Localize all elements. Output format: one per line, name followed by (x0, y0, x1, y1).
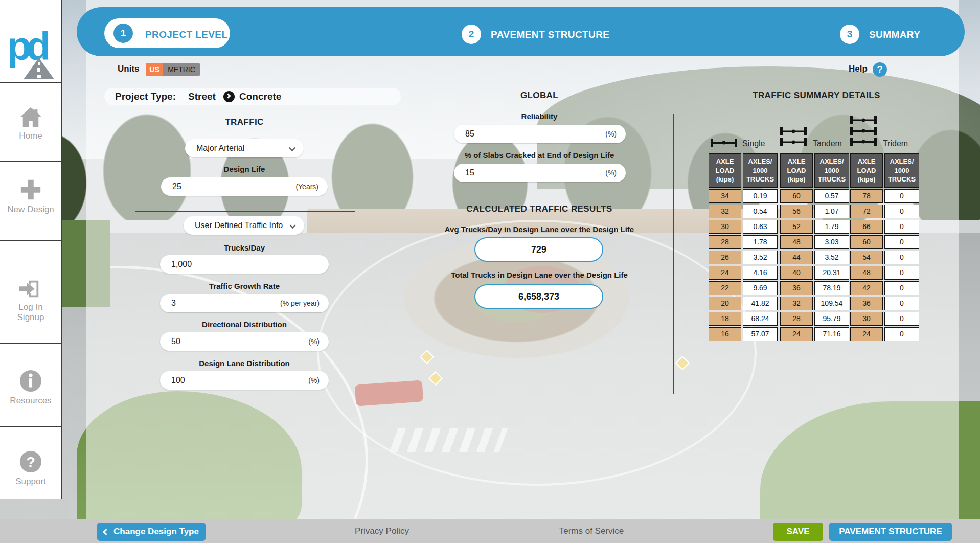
table-row: 240 (850, 327, 919, 341)
terms-of-service-link[interactable]: Terms of Service (558, 526, 625, 536)
sidebar-item-label: Support (15, 477, 46, 486)
table-row: 320.54 (709, 205, 778, 218)
axle-load-cell: 48 (850, 266, 883, 280)
slabs-cracked-input[interactable]: 15 (%) (454, 164, 626, 182)
sidebar-item-login[interactable]: Log In Signup (0, 279, 61, 323)
sidebar-item-label: Home (19, 131, 42, 141)
axles-per-1000-cell: 0.57 (814, 189, 849, 203)
axle-load-cell: 24 (780, 327, 813, 341)
axles-per-1000-cell: 0 (884, 327, 919, 341)
axles-per-1000-header: AXLES/ 1000 TRUCKS (743, 153, 778, 188)
directional-distribution-input[interactable]: 50 (%) (160, 332, 329, 351)
design-life-input[interactable]: 25 (Years) (161, 177, 328, 196)
axles-per-1000-cell: 0 (884, 297, 919, 310)
table-row: 521.79 (780, 220, 849, 234)
axles-per-1000-cell: 9.69 (743, 281, 778, 295)
trucks-per-day-input[interactable]: 1,000 (160, 255, 329, 274)
tandem-axle-table: AXLE LOAD (kips) AXLES/ 1000 TRUCKS 600.… (779, 152, 851, 343)
axle-load-cell: 60 (780, 189, 813, 203)
table-row: 2041.82 (709, 297, 778, 310)
axle-load-cell: 36 (780, 281, 813, 295)
axle-load-cell: 32 (780, 297, 813, 310)
axle-load-cell: 28 (709, 235, 741, 249)
column-divider-left (405, 134, 405, 409)
table-row: 1657.07 (709, 327, 778, 341)
chevron-left-icon (103, 529, 109, 535)
app-logo[interactable]: pd (7, 20, 58, 79)
traffic-heading: TRAFFIC (152, 117, 336, 127)
project-type-street: Street (188, 91, 216, 102)
sidebar-item-support[interactable]: ? Support (0, 450, 61, 487)
axle-load-cell: 54 (850, 251, 883, 264)
slabs-cracked-unit: (%) (605, 164, 617, 182)
table-row: 540 (850, 251, 919, 264)
axles-per-1000-cell: 0 (884, 251, 919, 264)
table-row: 420 (850, 281, 919, 295)
axles-per-1000-cell: 1.79 (814, 220, 849, 234)
units-us-toggle[interactable]: US (146, 63, 163, 76)
table-row: 600.57 (780, 189, 849, 203)
axles-per-1000-cell: 95.79 (814, 312, 849, 326)
step-1-label[interactable]: PROJECT LEVEL (145, 29, 227, 40)
table-row: 780 (850, 189, 919, 203)
logo-road-icon (24, 58, 54, 79)
project-type-label: Project Type: (115, 91, 176, 102)
save-button[interactable]: SAVE (773, 523, 823, 541)
directional-distribution-unit: (%) (308, 332, 320, 351)
reliability-input[interactable]: 85 (%) (454, 125, 626, 143)
axle-load-cell: 20 (709, 297, 741, 310)
pavement-structure-button[interactable]: PAVEMENT STRUCTURE (829, 523, 952, 541)
slabs-cracked-label: % of Slabs Cracked at End of Design Life (422, 151, 657, 160)
avg-trucks-result: 729 (474, 237, 603, 262)
axles-per-1000-cell: 0 (884, 220, 919, 234)
chevron-down-icon (289, 222, 296, 229)
svg-text:?: ? (26, 454, 35, 470)
sidebar-item-label: Log In (18, 302, 42, 312)
axle-load-cell: 34 (709, 189, 741, 203)
table-row: 340.19 (709, 189, 778, 203)
axles-per-1000-cell: 57.07 (743, 327, 778, 341)
sidebar-item-label: Signup (17, 312, 44, 322)
change-design-type-button[interactable]: Change Design Type (97, 523, 206, 541)
growth-rate-label: Traffic Growth Rate (152, 282, 336, 290)
axles-per-1000-cell: 71.16 (814, 327, 849, 341)
step-2-label[interactable]: PAVEMENT STRUCTURE (491, 29, 609, 40)
growth-rate-input[interactable]: 3 (% per year) (160, 294, 329, 312)
axle-load-cell: 32 (709, 205, 741, 218)
single-axle-table: AXLE LOAD (kips) AXLES/ 1000 TRUCKS 340.… (707, 152, 779, 343)
axles-per-1000-cell: 1.78 (743, 235, 778, 249)
sidebar-item-resources[interactable]: Resources (0, 369, 61, 406)
axle-load-cell: 78 (850, 189, 883, 203)
axle-load-cell: 24 (709, 266, 741, 280)
axle-load-header: AXLE LOAD (kips) (709, 153, 741, 188)
axle-load-cell: 56 (780, 205, 813, 218)
tridem-axle-label: Tridem (883, 139, 908, 148)
tridem-axle-table: AXLE LOAD (kips) AXLES/ 1000 TRUCKS 7807… (849, 152, 921, 343)
table-row: 3678.19 (780, 281, 849, 295)
lane-distribution-input[interactable]: 100 (%) (160, 371, 329, 390)
column-divider-right (673, 114, 674, 394)
table-row: 483.03 (780, 235, 849, 249)
sidebar-item-new-design[interactable]: New Design (0, 178, 61, 215)
axles-per-1000-cell: 0 (884, 235, 919, 249)
road-class-value: Major Arterial (196, 139, 244, 157)
sidebar-item-home[interactable]: Home (0, 106, 61, 141)
axle-load-cell: 30 (850, 312, 883, 326)
units-metric-toggle[interactable]: METRIC (163, 63, 200, 76)
axle-load-cell: 28 (780, 312, 813, 326)
axles-per-1000-cell: 0 (884, 281, 919, 295)
single-axle-label: Single (742, 139, 765, 148)
single-axle-icon (711, 139, 737, 149)
step-3-number[interactable]: 3 (840, 25, 859, 44)
road-class-dropdown[interactable]: Major Arterial (185, 139, 304, 157)
axle-load-cell: 22 (709, 281, 741, 295)
traffic-info-value: User Defined Traffic Info (195, 216, 283, 235)
axles-per-1000-cell: 68.24 (743, 312, 778, 326)
traffic-info-dropdown[interactable]: User Defined Traffic Info (184, 216, 304, 235)
step-2-number[interactable]: 2 (462, 25, 481, 44)
help-icon[interactable]: ? (873, 62, 887, 77)
trucks-per-day-value: 1,000 (171, 255, 192, 274)
step-3-label[interactable]: SUMMARY (869, 29, 920, 40)
privacy-policy-link[interactable]: Privacy Policy (354, 526, 410, 536)
footer-bar: Change Design Type Privacy Policy Terms … (0, 519, 980, 543)
